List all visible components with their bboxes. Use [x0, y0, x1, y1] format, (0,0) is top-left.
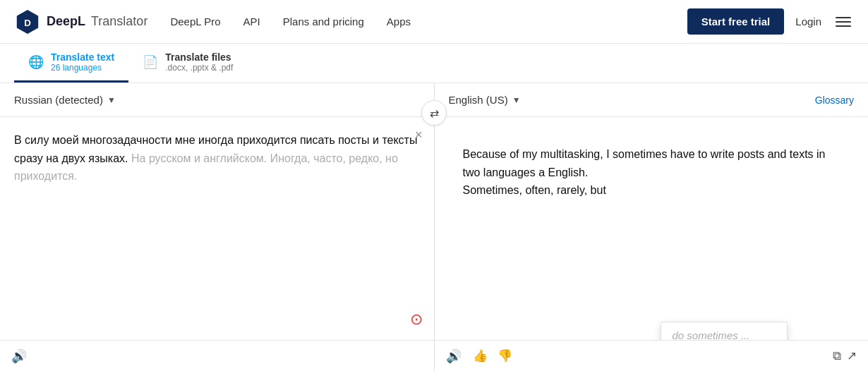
- logo-product: Translator: [91, 14, 147, 29]
- source-panel-footer: 🔊: [0, 340, 434, 371]
- dropdown-inline-text: do sometimes ...: [661, 322, 787, 340]
- tab-translate-text-labels: Translate text 26 languages: [51, 51, 114, 73]
- target-lang-bar: English (US) ▼ Glossary: [435, 83, 869, 117]
- login-button[interactable]: Login: [795, 16, 821, 28]
- source-lang-selector[interactable]: Russian (detected) ▼: [14, 94, 116, 106]
- svg-text:D: D: [24, 17, 31, 28]
- header-actions: Start free trial Login: [687, 8, 854, 35]
- source-lang-bar: Russian (detected) ▼: [0, 83, 434, 117]
- main-nav: DeepL Pro API Plans and pricing Apps: [170, 16, 687, 28]
- tab-translate-files-sub: .docx, .pptx & .pdf: [165, 63, 233, 73]
- tab-translate-text-sub: 26 languages: [51, 63, 114, 73]
- hamburger-line-1: [836, 17, 851, 18]
- source-text-area[interactable]: В силу моей многозадачности мне иногда п…: [0, 117, 434, 340]
- source-speaker-icon[interactable]: 🔊: [11, 348, 27, 364]
- target-lang-selector[interactable]: English (US) ▼: [449, 94, 521, 106]
- target-text-part1: Because of my multitasking, I sometimes …: [463, 148, 826, 178]
- target-panel: English (US) ▼ Glossary Because of my mu…: [435, 83, 869, 371]
- source-panel: Russian (detected) ▼ В силу моей многоза…: [0, 83, 435, 371]
- target-speaker-icon[interactable]: 🔊: [446, 348, 462, 364]
- hamburger-menu-button[interactable]: [833, 14, 854, 30]
- target-text-part2: English.: [548, 166, 588, 178]
- source-lang-label: Russian (detected): [14, 94, 103, 106]
- word-suggestion-dropdown[interactable]: do sometimes ... might ... usually ... r…: [661, 322, 788, 340]
- logo-area[interactable]: D DeepL Translator: [14, 8, 147, 35]
- tab-translate-text[interactable]: 🌐 Translate text 26 languages: [14, 44, 128, 83]
- nav-api[interactable]: API: [243, 16, 260, 28]
- globe-icon: 🌐: [28, 54, 44, 70]
- glossary-button[interactable]: Glossary: [815, 95, 854, 106]
- tab-translate-files-labels: Translate files .docx, .pptx & .pdf: [165, 51, 233, 73]
- start-free-trial-button[interactable]: Start free trial: [687, 8, 785, 35]
- nav-plans-pricing[interactable]: Plans and pricing: [283, 16, 364, 28]
- nav-apps[interactable]: Apps: [387, 16, 411, 28]
- copy-translation-icon[interactable]: ⧉: [833, 349, 841, 363]
- target-lang-label: English (US): [449, 94, 508, 106]
- clear-source-button[interactable]: ×: [415, 128, 423, 141]
- logo-brand: DeepL: [47, 14, 85, 29]
- target-text-area: Because of my multitasking, I sometimes …: [435, 117, 869, 340]
- nav-deepl-pro[interactable]: DeepL Pro: [170, 16, 220, 28]
- tabs-bar: 🌐 Translate text 26 languages 📄 Translat…: [0, 44, 868, 83]
- swap-button-container: ⇄: [421, 100, 447, 126]
- tab-translate-files-main: Translate files: [165, 51, 233, 63]
- target-footer-icons: 👍 👎: [467, 348, 512, 363]
- header: D DeepL Translator DeepL Pro API Plans a…: [0, 0, 868, 44]
- share-translation-icon[interactable]: ↗: [847, 348, 857, 363]
- target-panel-footer: 🔊 👍 👎 ⧉ ↗: [435, 340, 869, 371]
- thumbs-down-icon[interactable]: 👎: [498, 348, 512, 363]
- hamburger-line-2: [836, 21, 851, 23]
- target-lang-chevron-icon: ▼: [512, 95, 521, 105]
- deepl-logo-icon: D: [14, 8, 41, 35]
- tab-translate-files[interactable]: 📄 Translate files .docx, .pptx & .pdf: [128, 44, 247, 83]
- error-icon: ⊙: [410, 310, 423, 329]
- target-text-content: Because of my multitasking, I sometimes …: [449, 131, 855, 214]
- translation-area: Russian (detected) ▼ В силу моей многоза…: [0, 83, 868, 371]
- file-icon: 📄: [143, 54, 158, 70]
- swap-languages-button[interactable]: ⇄: [421, 100, 447, 126]
- hamburger-line-3: [836, 25, 851, 27]
- thumbs-up-icon[interactable]: 👍: [473, 348, 488, 363]
- source-text-content: В силу моей многозадачности мне иногда п…: [14, 131, 420, 186]
- tab-translate-text-main: Translate text: [51, 51, 114, 63]
- target-text-part3: Sometimes, often, rarely, but: [463, 184, 606, 196]
- source-lang-chevron-icon: ▼: [107, 95, 116, 105]
